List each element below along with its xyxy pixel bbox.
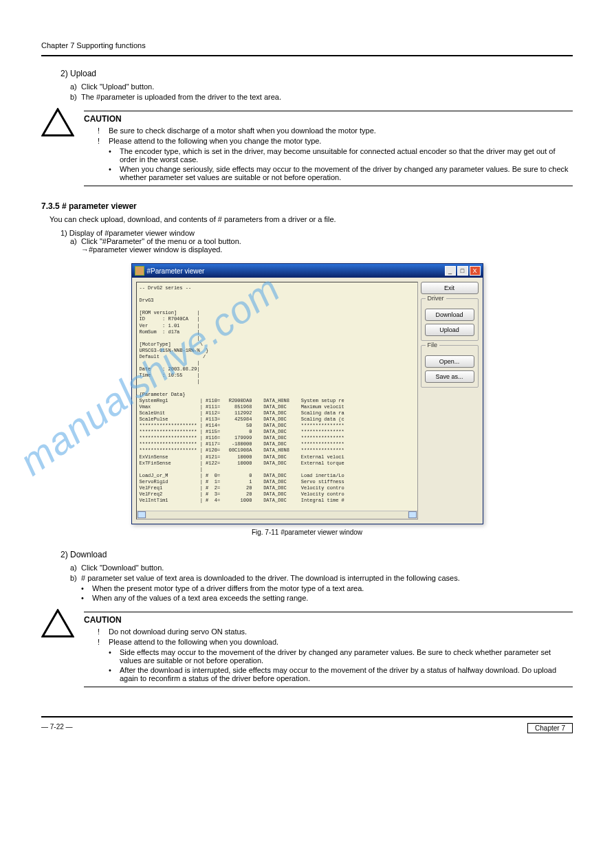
step-heading: 1) Display of #parameter viewer window xyxy=(61,229,573,237)
page-number: — 7-22 — xyxy=(41,723,73,733)
figure-caption: Fig. 7-11 #parameter viewer window xyxy=(131,528,483,536)
caution-item: !Do not download during servo ON status. xyxy=(98,627,573,636)
step: b)The #parameter is uploaded from the dr… xyxy=(70,93,573,101)
minimize-button[interactable]: _ xyxy=(445,266,456,276)
body-text: Chapter 7 Supporting functions xyxy=(41,41,573,49)
caution-subitem: •When you change seriously, side effects… xyxy=(109,165,573,181)
caution-label: CAUTION xyxy=(84,114,573,124)
scrollbar-track[interactable] xyxy=(146,511,408,518)
caution-subitem: •The encoder type, which is set in the d… xyxy=(109,147,573,164)
rule xyxy=(84,111,573,111)
rule xyxy=(41,55,573,56)
close-button[interactable]: X xyxy=(470,266,481,276)
svg-marker-0 xyxy=(43,109,73,135)
warning-triangle-icon xyxy=(41,108,74,137)
window-title: #Parameter viewer xyxy=(147,267,445,275)
step: a)Click "Download" button. xyxy=(70,564,573,572)
horizontal-scrollbar[interactable] xyxy=(137,511,417,519)
step: a)Click "#Parameter" of the menu or a to… xyxy=(70,237,573,254)
chapter-label: Chapter 7 xyxy=(527,723,573,733)
upload-button[interactable]: Upload xyxy=(425,324,474,336)
caution-block: CAUTION !Do not download during servo ON… xyxy=(41,609,573,690)
group-label: Driver xyxy=(426,295,446,302)
app-window: #Parameter viewer _ □ X -- DrvG2 series … xyxy=(131,263,483,524)
page-footer: — 7-22 — Chapter 7 xyxy=(41,723,573,733)
rule xyxy=(84,612,573,612)
app-icon xyxy=(135,266,144,276)
group-label: File xyxy=(426,342,440,348)
rule xyxy=(84,186,573,186)
scroll-right-button[interactable] xyxy=(408,511,417,518)
caution-item: !Be sure to check discharge of a motor s… xyxy=(98,126,573,135)
caution-subitem: •Side effects may occur to the movement … xyxy=(109,648,573,665)
maximize-button[interactable]: □ xyxy=(457,266,468,276)
step-sub: •When the present motor type of a driver… xyxy=(81,584,573,592)
rule xyxy=(41,716,573,717)
step-sub: •When any of the values of a text area e… xyxy=(81,594,573,602)
open-button[interactable]: Open... xyxy=(425,355,474,368)
download-button[interactable]: Download xyxy=(425,309,474,321)
svg-marker-1 xyxy=(43,610,73,636)
step-heading: 2) Upload xyxy=(61,69,573,78)
caution-label: CAUTION xyxy=(84,615,573,625)
driver-group: Driver Download Upload xyxy=(421,298,479,341)
rule xyxy=(84,687,573,687)
parameter-text-area[interactable]: -- DrvG2 series -- DrvG3 [ROM version] |… xyxy=(136,282,418,520)
paragraph: You can check upload, download, and cont… xyxy=(50,215,573,223)
scroll-left-button[interactable] xyxy=(138,511,146,518)
exit-button[interactable]: Exit xyxy=(421,282,479,294)
caution-subitem: •After the download is interrupted, side… xyxy=(109,666,573,682)
caution-item: !Please attend to the following when you… xyxy=(98,638,573,646)
caution-block: CAUTION !Be sure to check discharge of a… xyxy=(41,108,573,189)
file-group: File Open... Save as... xyxy=(421,345,479,388)
figure: #Parameter viewer _ □ X -- DrvG2 series … xyxy=(131,263,483,536)
step: b)# parameter set value of text area is … xyxy=(70,574,573,582)
step: a)Click "Upload" button. xyxy=(70,82,573,91)
caution-item: !Please attend to the following when you… xyxy=(98,137,573,145)
step-heading: 2) Download xyxy=(61,550,573,559)
section-heading: 7.3.5 # parameter viewer xyxy=(41,201,573,211)
save-as-button[interactable]: Save as... xyxy=(425,370,474,383)
titlebar: #Parameter viewer _ □ X xyxy=(132,264,483,278)
warning-triangle-icon xyxy=(41,609,74,638)
